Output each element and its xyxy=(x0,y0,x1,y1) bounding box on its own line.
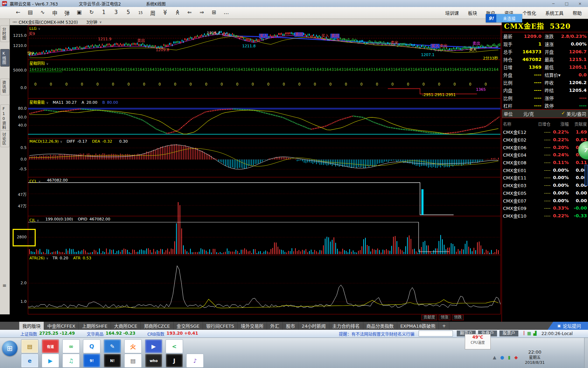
market-nav-item[interactable]: 银行间CFETS xyxy=(203,322,238,330)
table-row[interactable]: CMX金E10---- 0.22% -0.33 xyxy=(502,212,588,220)
menu-item[interactable]: 帮助 xyxy=(573,9,582,16)
table-row[interactable]: CMX金E08---- 0.11% 0.11 xyxy=(502,159,588,166)
start-button[interactable]: ⊞ xyxy=(2,341,18,356)
market-nav-item[interactable]: 金交所SGE xyxy=(174,322,203,330)
maximize-button[interactable]: □ xyxy=(564,1,569,6)
period-selector[interactable]: 3分钟 xyxy=(86,19,97,25)
account-button[interactable]: 股票户 xyxy=(499,330,518,336)
toolbar-tool-icon[interactable]: 1 xyxy=(98,9,110,16)
taskbar-app-icon[interactable]: 有道 xyxy=(42,339,59,353)
toolbar-tool-icon[interactable]: ⇐ xyxy=(183,9,196,16)
table-header-cell[interactable]: 涨幅 xyxy=(551,121,569,127)
unit-row[interactable]: 单位 元/克 ✓ 美元/盎司 xyxy=(502,109,588,118)
table-scrollbar[interactable] xyxy=(584,165,588,186)
table-row[interactable]: CMX金E09---- 0.33% -0.00 xyxy=(502,204,588,212)
table-row[interactable]: CMX金E11---- 0.00% 0.00 xyxy=(502,174,588,182)
market-nav-item[interactable]: + xyxy=(439,322,449,330)
quote-panel-tab[interactable]: 领跌 xyxy=(452,315,464,320)
taskbar-app-icon[interactable]: J xyxy=(166,354,183,368)
market-nav-item[interactable]: 24小时新闻 xyxy=(299,322,329,330)
disconnect-popup[interactable]: 9! 未连接 xyxy=(486,14,522,22)
toolbar-tool-icon[interactable]: 15 xyxy=(134,9,147,16)
market-nav-item[interactable]: 大商所DCE xyxy=(111,322,141,330)
market-nav-item[interactable]: 境外交易所 xyxy=(238,322,267,330)
pane1-indicator-label[interactable]: LLG xyxy=(29,26,37,31)
market-nav-item[interactable]: 商品分类指数 xyxy=(363,322,397,330)
menu-item[interactable]: 个性化 xyxy=(523,9,536,16)
sidebar-view-tab[interactable]: F10资料 xyxy=(0,104,9,132)
pane5-indicator-label[interactable]: CCL xyxy=(29,179,37,184)
taskbar-app-icon[interactable]: ▤ xyxy=(124,354,142,368)
pane6-indicator-label[interactable]: CJL xyxy=(29,218,35,223)
quote-panel-tab[interactable]: 领涨 xyxy=(439,315,450,320)
toolbar-tool-icon[interactable]: ⇒ xyxy=(196,9,208,16)
toolbar-tool-icon[interactable]: ≫ xyxy=(159,9,171,16)
table-row[interactable]: CMX金E12---- 0.22% 1.69 xyxy=(502,128,588,136)
toolbar-tool-icon[interactable]: ⊞ xyxy=(208,9,220,16)
contract-title[interactable]: CMX金E指(COMEX-HM 5320) xyxy=(19,19,78,25)
taskbar-app-icon[interactable]: ▤ xyxy=(21,339,38,353)
taskbar-app-icon[interactable]: 9! xyxy=(83,354,100,368)
show-desktop-button[interactable] xyxy=(584,338,588,368)
toolbar-tool-icon[interactable]: 弹 xyxy=(61,9,73,16)
toolbar-tool-icon[interactable]: ▣ xyxy=(73,9,85,16)
unit-cny-option[interactable]: 元/克 xyxy=(523,110,534,117)
taskbar-clock[interactable]: 22:00 星期五 2018/8/31 xyxy=(521,349,549,365)
minimize-button[interactable]: ─ xyxy=(551,1,556,6)
menu-item[interactable]: 板块 xyxy=(468,9,477,16)
table-row[interactable]: CMX金E06---- 0.20% 0.30 xyxy=(502,143,588,151)
table-header-cell[interactable]: 贡献度 xyxy=(569,121,587,127)
toolbar-tool-icon[interactable]: 申 xyxy=(49,9,61,16)
market-nav-item[interactable]: EXPMA18跌破熊 xyxy=(397,322,439,330)
taskbar-app-icon[interactable]: ♪ xyxy=(186,354,204,368)
toolbar-tool-icon[interactable]: ▤ xyxy=(24,9,36,16)
menu-item[interactable]: 培训课 xyxy=(445,9,459,16)
sidebar-view-tab[interactable]: 讨论区 xyxy=(0,130,9,147)
taskbar-app-icon[interactable]: who xyxy=(145,354,162,368)
tray-icon[interactable]: ◆ xyxy=(514,355,518,360)
taskbar-app-icon[interactable]: < xyxy=(166,339,183,353)
toolbar-tool-icon[interactable]: ↻ xyxy=(85,9,98,16)
sidebar-view-tab[interactable]: K线图 xyxy=(0,49,9,67)
taskbar-app-icon[interactable]: Q xyxy=(83,339,100,353)
market-nav-item[interactable]: 外汇 xyxy=(267,322,283,330)
table-header-cell[interactable]: 日增仓 xyxy=(531,121,551,127)
table-row[interactable]: CMX金E04---- 0.24% 0.24 xyxy=(502,151,588,159)
taskbar-app-icon[interactable]: ▶ xyxy=(145,339,162,353)
index-quote[interactable]: 上证指数2725.25 -12.49 xyxy=(20,331,75,337)
chart-area[interactable]: 1215.01210.05000.00.080.060.040.00.50.0-… xyxy=(10,25,502,314)
market-nav-item[interactable]: 郑商所CZCE xyxy=(141,322,173,330)
menu-item[interactable]: 系统工具 xyxy=(545,9,564,16)
table-row[interactable]: CMX金E03---- 0.00% 0.00 xyxy=(502,182,588,189)
pane2-indicator-label[interactable]: 星翰阴阳 xyxy=(29,60,45,66)
unit-usd-option[interactable]: 美元/盎司 xyxy=(567,110,586,117)
toolbar-tool-icon[interactable]: ∿ xyxy=(36,9,49,16)
toolbar-tool-icon[interactable]: 3 xyxy=(110,9,122,16)
taskbar-app-icon[interactable]: e xyxy=(21,354,38,368)
table-row[interactable]: CMX金E02---- 0.22% 0.62 xyxy=(502,136,588,144)
pane7-indicator-label[interactable]: ATR(26) xyxy=(29,256,45,260)
tray-icon[interactable]: ▮ xyxy=(508,355,510,360)
toolbar-tool-icon[interactable]: 周 xyxy=(147,9,159,16)
sidebar-view-tab[interactable]: 分时图 xyxy=(0,25,9,42)
sidebar-view-tab[interactable]: 资讯链 xyxy=(0,79,9,95)
market-nav-item[interactable]: 中金所CFFEX xyxy=(44,322,79,330)
index-quote[interactable]: 文华商品164.92 -0.23 xyxy=(87,331,135,337)
index-quote[interactable]: CRB指数193.20 +0.41 xyxy=(147,331,198,337)
pane3-indicator-label[interactable]: 星翰量能 xyxy=(29,99,45,105)
table-row[interactable]: CMX金E01---- 0.00% 0.00 xyxy=(502,166,588,174)
toolbar-tool-icon[interactable]: ≫ xyxy=(171,9,183,16)
table-header-cell[interactable]: 名称 xyxy=(503,121,531,127)
market-nav-item[interactable]: 主力合约排名 xyxy=(329,322,363,330)
toolbar-tool-icon[interactable]: ← xyxy=(12,9,24,16)
forum-button[interactable]: ▣ 论坛提问 xyxy=(548,322,588,330)
quick-search-input[interactable] xyxy=(419,330,453,336)
pane4-indicator-label[interactable]: MACD(12,26,9) xyxy=(29,139,59,144)
toolbar-tool-icon[interactable]: 5 xyxy=(122,9,134,16)
taskbar-app-icon[interactable]: ∞ xyxy=(62,339,80,353)
taskbar-app-icon[interactable]: ♫ xyxy=(62,354,80,368)
taskbar-app-icon[interactable]: N! xyxy=(104,354,121,368)
market-nav-item[interactable]: 股市 xyxy=(283,322,299,330)
tray-icon[interactable]: ● xyxy=(500,355,504,360)
market-nav-item[interactable]: 我的版块 xyxy=(19,322,44,330)
